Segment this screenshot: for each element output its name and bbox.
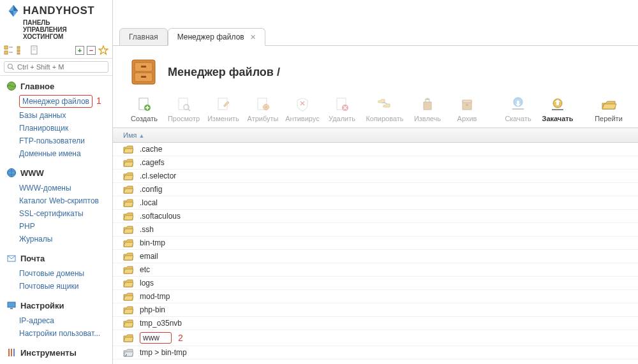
- file-name: bin-tmp: [140, 238, 165, 247]
- svg-rect-8: [17, 50, 20, 52]
- list-view-icon[interactable]: [17, 45, 27, 55]
- nav-www-domains[interactable]: WWW-домены: [19, 182, 112, 194]
- search-input[interactable]: [17, 63, 105, 71]
- file-row[interactable]: .cl.selector: [113, 170, 638, 183]
- file-name: .cache: [140, 145, 162, 154]
- sort-asc-icon: ▲: [138, 133, 144, 139]
- nav-section-tools[interactable]: Инструменты: [0, 345, 112, 360]
- globe-icon: [6, 81, 17, 91]
- nav-file-manager[interactable]: Менеджер файлов: [19, 95, 93, 108]
- action-antivirus[interactable]: Антивирус: [283, 94, 322, 124]
- nav-ssl[interactable]: SSL-сертификаты: [19, 207, 112, 220]
- monitor-icon: [6, 300, 17, 310]
- svg-rect-9: [17, 53, 20, 54]
- nav-section-main[interactable]: Главное: [0, 78, 112, 94]
- action-delete[interactable]: Удалить: [322, 94, 362, 124]
- svg-rect-3: [4, 46, 8, 49]
- file-row[interactable]: bin-tmp: [113, 237, 638, 250]
- file-name: logs: [140, 279, 154, 288]
- callout-1: 1: [96, 96, 101, 106]
- file-name: tmp > bin-tmp: [140, 348, 187, 357]
- svg-point-14: [8, 64, 13, 69]
- action-extract[interactable]: Извлечь: [408, 94, 447, 124]
- svg-marker-13: [99, 46, 108, 54]
- callout-2: 2: [178, 333, 183, 343]
- close-icon[interactable]: ✕: [250, 33, 256, 41]
- action-goto[interactable]: Перейти: [589, 94, 628, 124]
- file-row[interactable]: tmp > bin-tmp: [113, 346, 638, 360]
- file-cabinet-icon: [128, 57, 160, 87]
- nav-section-www[interactable]: WWW: [0, 165, 112, 180]
- action-edit[interactable]: Изменить: [204, 94, 243, 124]
- logo-title: HANDYHOST: [23, 4, 94, 17]
- svg-rect-49: [424, 102, 431, 110]
- svg-rect-23: [8, 349, 10, 356]
- action-download[interactable]: Скачать: [498, 94, 538, 124]
- expand-icon[interactable]: +: [75, 46, 84, 55]
- nav-databases[interactable]: Базы данных: [19, 109, 112, 122]
- page-icon[interactable]: [29, 45, 40, 55]
- nav-scheduler[interactable]: Планировщик: [19, 122, 112, 135]
- file-row[interactable]: .cagefs: [113, 156, 638, 170]
- tab-file-manager[interactable]: Менеджер файлов ✕: [168, 28, 265, 46]
- file-row[interactable]: .cache: [113, 143, 638, 156]
- collapse-icon[interactable]: −: [87, 46, 96, 55]
- sidebar-toolbar: + −: [0, 43, 112, 59]
- file-name: email: [140, 252, 158, 261]
- file-row[interactable]: mod-tmp: [113, 290, 638, 303]
- file-name: www: [140, 332, 172, 344]
- mail-icon: [6, 253, 17, 263]
- nav-section-settings[interactable]: Настройки: [0, 298, 112, 313]
- file-row[interactable]: tmp_o35nvb: [113, 317, 638, 330]
- nav-section-mail[interactable]: Почта: [0, 251, 112, 266]
- tab-main[interactable]: Главная: [119, 28, 168, 46]
- action-attrs[interactable]: Атрибуты: [243, 94, 283, 124]
- nav-logs[interactable]: Журналы: [19, 233, 112, 245]
- svg-rect-24: [11, 349, 12, 356]
- file-row[interactable]: .local: [113, 196, 638, 210]
- action-upload[interactable]: Закачать: [538, 94, 577, 124]
- file-row[interactable]: www2: [113, 330, 638, 346]
- tools-icon: [6, 347, 17, 358]
- file-name: tmp_o35nvb: [140, 319, 182, 328]
- file-row[interactable]: etc: [113, 263, 638, 277]
- file-name: .cl.selector: [140, 171, 176, 180]
- file-row[interactable]: .config: [113, 183, 638, 196]
- tree-view-icon[interactable]: [4, 45, 14, 55]
- svg-line-37: [188, 109, 190, 111]
- svg-rect-21: [8, 302, 15, 307]
- nav-mail-domains[interactable]: Почтовые домены: [19, 267, 112, 280]
- file-name: .softaculous: [140, 212, 181, 221]
- page-title: Менеджер файлов /: [168, 66, 280, 79]
- action-view[interactable]: Просмотр: [164, 94, 204, 124]
- nav-php[interactable]: PHP: [19, 220, 112, 233]
- nav-ftp-users[interactable]: FTP-пользователи: [19, 135, 112, 147]
- svg-rect-30: [141, 76, 146, 78]
- file-row[interactable]: logs: [113, 277, 638, 290]
- svg-rect-25: [13, 349, 15, 356]
- svg-rect-29: [141, 66, 146, 68]
- file-list: .cache.cagefs.cl.selector.config.local.s…: [113, 143, 638, 364]
- action-copy[interactable]: Копировать: [362, 94, 408, 124]
- file-row[interactable]: .softaculous: [113, 210, 638, 223]
- action-archive[interactable]: Архив: [447, 94, 487, 124]
- file-row[interactable]: email: [113, 250, 638, 263]
- nav-web-scripts[interactable]: Каталог Web-скриптов: [19, 194, 112, 207]
- svg-rect-4: [4, 51, 8, 54]
- file-row[interactable]: .ssh: [113, 223, 638, 237]
- nav-user-settings[interactable]: Настройки пользоват...: [19, 327, 112, 340]
- logo-area: HANDYHOST ПАНЕЛЬ УПРАВЛЕНИЯ ХОСТИНГОМ: [0, 0, 112, 43]
- action-create[interactable]: Создать: [124, 94, 164, 124]
- search-row: [0, 59, 112, 76]
- world-icon: [6, 168, 17, 178]
- nav: Главное Менеджер файлов1 Базы данных Пла…: [0, 76, 112, 364]
- nav-mailboxes[interactable]: Почтовые ящики: [19, 280, 112, 293]
- nav-ip[interactable]: IP-адреса: [19, 314, 112, 327]
- favorite-icon[interactable]: [98, 45, 108, 55]
- file-row[interactable]: php-bin: [113, 303, 638, 317]
- action-toolbar: Создать Просмотр Изменить Атрибуты Антив…: [113, 92, 638, 127]
- col-name[interactable]: Имя▲: [113, 128, 638, 142]
- nav-domains[interactable]: Доменные имена: [19, 147, 112, 160]
- file-name: .ssh: [140, 225, 154, 234]
- action-search[interactable]: Поиск: [628, 94, 638, 124]
